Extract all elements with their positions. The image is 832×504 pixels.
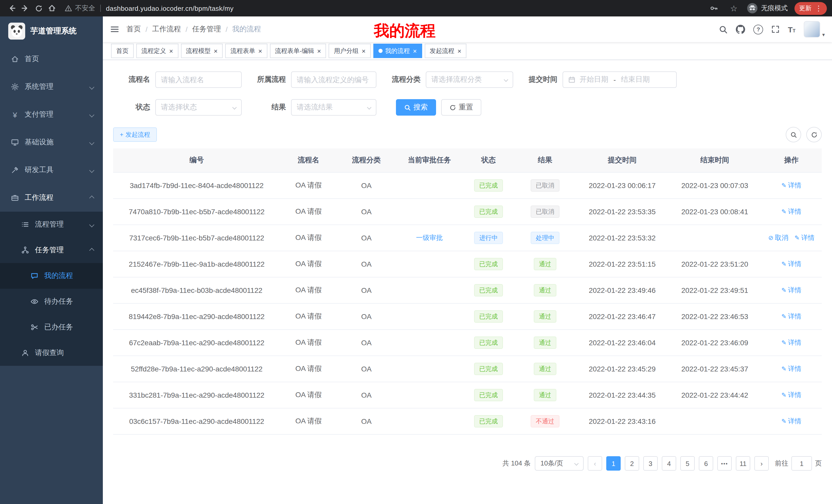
- tab-home[interactable]: 首页: [111, 44, 134, 58]
- close-icon[interactable]: ×: [458, 48, 461, 54]
- table-row: 2152467e-7b9b-11ec-9a1b-acde48001122 OA …: [113, 251, 822, 277]
- detail-link[interactable]: ✎详情: [781, 259, 801, 269]
- current-task-link[interactable]: 一级审批: [416, 233, 443, 243]
- status-select[interactable]: 请选择状态: [155, 99, 242, 116]
- page-button-4[interactable]: 4: [662, 456, 676, 471]
- tab-process-definition[interactable]: 流程定义×: [136, 44, 178, 58]
- cancel-link[interactable]: ⊘取消: [768, 233, 788, 243]
- detail-link[interactable]: ✎详情: [781, 207, 801, 216]
- fullscreen-icon[interactable]: [772, 25, 780, 33]
- toggle-search-button[interactable]: [786, 127, 801, 142]
- help-icon[interactable]: ?: [754, 24, 763, 34]
- back-icon[interactable]: [5, 2, 19, 15]
- github-icon[interactable]: [736, 25, 745, 34]
- start-process-button[interactable]: + 发起流程: [113, 128, 157, 142]
- end-date-placeholder[interactable]: 结束日期: [621, 75, 650, 84]
- user-avatar[interactable]: [804, 21, 820, 37]
- cell-category: OA: [337, 408, 396, 435]
- cell-status: 已完成: [463, 330, 514, 356]
- detail-link[interactable]: ✎详情: [781, 286, 801, 295]
- edit-icon: ✎: [781, 366, 786, 372]
- sidebar-item-leave-query[interactable]: 请假查询: [0, 340, 103, 366]
- close-icon[interactable]: ×: [413, 48, 417, 54]
- close-icon[interactable]: ×: [317, 48, 321, 54]
- home-icon[interactable]: [45, 2, 59, 15]
- breadcrumb-workflow[interactable]: 工作流程: [152, 25, 181, 34]
- sidebar-item-todo-tasks[interactable]: 待办任务: [0, 289, 103, 314]
- menu-dots-icon[interactable]: ⋮: [815, 5, 822, 12]
- font-size-icon[interactable]: TT: [788, 25, 796, 33]
- page-button-1[interactable]: 1: [606, 456, 621, 471]
- forward-icon[interactable]: [19, 2, 32, 15]
- tab-user-group[interactable]: 用户分组×: [329, 44, 371, 58]
- sidebar-item-dashboard[interactable]: 首页: [0, 45, 103, 73]
- start-date-placeholder[interactable]: 开始日期: [579, 75, 608, 84]
- next-page-button[interactable]: ›: [754, 456, 769, 471]
- breadcrumb-home[interactable]: 首页: [127, 25, 141, 34]
- cancel-icon: ⊘: [768, 235, 773, 241]
- category-select[interactable]: 请选择流程分类: [426, 72, 513, 88]
- close-icon[interactable]: ×: [214, 48, 217, 54]
- sidebar-item-payment[interactable]: ¥ 支付管理: [0, 101, 103, 129]
- cell-category: OA: [337, 172, 396, 199]
- refresh-table-button[interactable]: [806, 127, 822, 142]
- sidebar-item-infrastructure[interactable]: 基础设施: [0, 129, 103, 156]
- page-button-2[interactable]: 2: [625, 456, 639, 471]
- more-pages-button[interactable]: •••: [717, 456, 732, 471]
- detail-link[interactable]: ✎详情: [781, 364, 801, 373]
- detail-link[interactable]: ✎详情: [781, 181, 801, 190]
- search-icon[interactable]: [719, 25, 728, 34]
- sidebar-toggle-icon[interactable]: [103, 25, 127, 34]
- tab-start-process[interactable]: 发起流程×: [424, 44, 466, 58]
- sidebar-item-task-management[interactable]: 任务管理: [0, 237, 103, 263]
- search-button[interactable]: 搜索: [396, 99, 436, 116]
- cell-actions: ✎详情: [761, 277, 822, 303]
- tab-process-form[interactable]: 流程表单×: [225, 44, 267, 58]
- result-select[interactable]: 请选流结果: [291, 99, 376, 116]
- parent-process-input[interactable]: [291, 72, 376, 88]
- sidebar-item-workflow[interactable]: 工作流程: [0, 184, 103, 212]
- sidebar-item-system[interactable]: 系统管理: [0, 73, 103, 101]
- chevron-down-icon: [232, 105, 237, 110]
- detail-link[interactable]: ✎详情: [795, 233, 814, 243]
- sidebar-item-devtools[interactable]: 研发工具: [0, 156, 103, 184]
- edit-icon: ✎: [781, 418, 786, 424]
- detail-link[interactable]: ✎详情: [781, 338, 801, 347]
- user-menu[interactable]: ▾: [804, 21, 825, 37]
- cell-name: OA 请假: [280, 408, 337, 435]
- cell-category: OA: [337, 356, 396, 382]
- sidebar-item-my-process[interactable]: 我的流程: [0, 263, 103, 289]
- close-icon[interactable]: ×: [362, 48, 366, 54]
- tab-process-form-edit[interactable]: 流程表单-编辑×: [270, 44, 326, 58]
- close-icon[interactable]: ×: [169, 48, 173, 54]
- cell-id: 52ffd28e-7b9a-11ec-a290-acde48001122: [113, 356, 280, 382]
- detail-link[interactable]: ✎详情: [781, 390, 801, 400]
- page-size-select[interactable]: 10条/页: [535, 456, 583, 471]
- sidebar-item-done-tasks[interactable]: 已办任务: [0, 314, 103, 340]
- process-name-input[interactable]: [155, 72, 242, 88]
- tab-my-process[interactable]: 我的流程×: [373, 44, 422, 58]
- site-security-chip[interactable]: 不安全: [65, 4, 95, 13]
- cell-category: OA: [337, 225, 396, 251]
- goto-page-input[interactable]: [791, 456, 812, 471]
- breadcrumb-task-management[interactable]: 任务管理: [192, 25, 221, 34]
- reset-button[interactable]: 重置: [441, 99, 481, 116]
- reload-icon[interactable]: [32, 2, 45, 15]
- date-range-picker[interactable]: 开始日期 - 结束日期: [563, 72, 677, 88]
- page-button-5[interactable]: 5: [680, 456, 695, 471]
- page-button-6[interactable]: 6: [699, 456, 713, 471]
- page-button-11[interactable]: 11: [736, 456, 750, 471]
- detail-link[interactable]: ✎详情: [781, 312, 801, 321]
- detail-link[interactable]: ✎详情: [781, 417, 801, 426]
- close-icon[interactable]: ×: [258, 48, 262, 54]
- prev-page-button[interactable]: ‹: [588, 456, 602, 471]
- page-button-3[interactable]: 3: [643, 456, 658, 471]
- col-header-status: 状态: [463, 148, 514, 172]
- bookmark-star-icon[interactable]: ☆: [727, 2, 740, 15]
- key-icon[interactable]: [707, 2, 721, 15]
- chrome-update-button[interactable]: 更新 ⋮: [795, 2, 827, 15]
- sidebar-item-process-management[interactable]: 流程管理: [0, 212, 103, 237]
- address-bar[interactable]: dashboard.yudao.iocoder.cn/bpm/task/my: [106, 4, 234, 12]
- cell-end-time: [669, 225, 761, 251]
- tab-process-model[interactable]: 流程模型×: [181, 44, 223, 58]
